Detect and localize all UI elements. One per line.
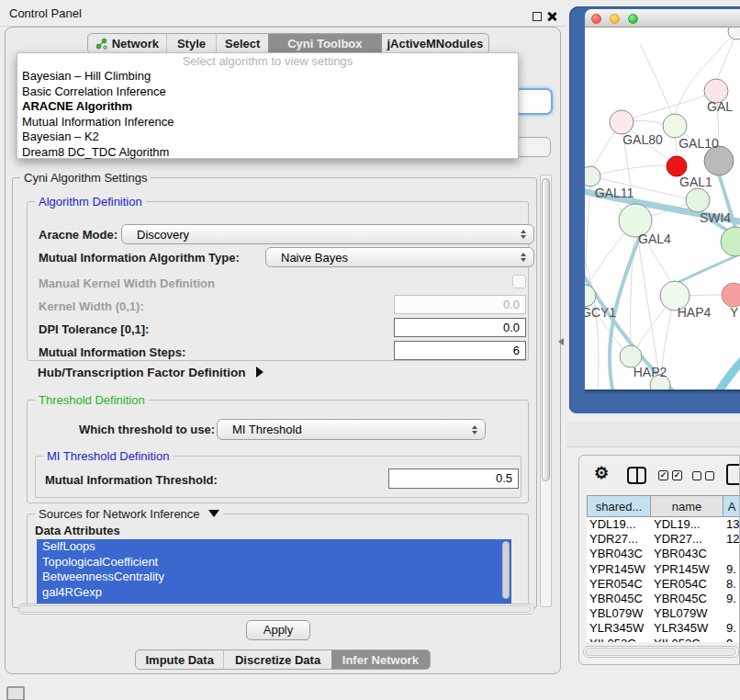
list-vscroll-thumb[interactable] [502,541,510,599]
gear-icon[interactable]: ⚙ [594,463,609,483]
dropdown-item[interactable]: Bayesian – Hill Climbing [17,69,518,85]
table-row[interactable]: YDL19... YDL19... 13 [587,517,740,532]
tab-network[interactable]: Network [88,34,166,53]
node[interactable] [728,28,740,40]
kernel-width-field[interactable]: 0.0 [394,295,526,314]
dropdown-item-selected[interactable]: ARACNE Algorithm [17,99,518,115]
cell[interactable]: YIL052C [587,637,651,643]
node-pink[interactable] [722,283,740,307]
list-item[interactable]: BetweennessCentrality [37,570,511,585]
select-all-checks-icon[interactable]: ✓ ✓ [658,470,682,480]
minimize-window-icon[interactable] [610,14,620,24]
cell[interactable]: 9. [723,621,740,636]
settings-hscroll[interactable] [17,604,534,615]
table-hscroll[interactable] [583,646,739,658]
column-header-name[interactable]: name [651,495,723,517]
cell[interactable]: 9. [723,562,740,577]
cell[interactable]: YER054C [651,577,723,592]
cell[interactable]: YER054C [587,577,651,592]
manual-kernel-checkbox[interactable] [512,275,526,288]
checked-box-icon: ✓ [658,470,668,480]
table-row[interactable]: YLR345W YLR345W 9. [587,621,740,636]
network-canvas[interactable]: GAL GAL80 GAL10 GAL11 GAL1 SWI4 GAL4 GCY… [585,28,740,390]
node-gal1[interactable] [686,188,710,212]
settings-vscroll-thumb[interactable] [542,178,550,481]
splitter-collapse-icon[interactable] [558,338,564,345]
cell[interactable]: YBL079W [651,606,723,621]
export-table-icon[interactable] [726,464,740,485]
tab-discretize-data[interactable]: Discretize Data [223,650,331,669]
cell[interactable]: 8. [723,577,740,592]
cell[interactable]: YPR145W [587,562,651,577]
node-gal11[interactable] [585,166,600,186]
cell[interactable]: YDR27... [587,532,651,547]
dropdown-item[interactable]: Mutual Information Inference [17,115,518,130]
dropdown-item[interactable]: Bayesian – K2 [17,130,518,145]
cell[interactable]: 9 [723,637,740,643]
table-row[interactable]: YBL079W YBL079W [587,606,740,621]
table-row[interactable]: YDR27... YDR27... 12 [587,532,740,547]
cell[interactable]: YBL079W [587,606,651,621]
tab-impute-data[interactable]: Impute Data [136,650,223,669]
mi-steps-field[interactable]: 6 [394,341,526,360]
cell[interactable]: YBR043C [651,547,723,561]
cell[interactable]: YPR145W [651,562,723,577]
network-window-titlebar[interactable] [585,9,740,28]
table-hscroll-thumb[interactable] [585,648,736,656]
cell[interactable]: YBR045C [587,592,651,606]
cell[interactable]: YDL19... [651,517,723,532]
tab-style[interactable]: Style [166,34,217,53]
tab-infer-network[interactable]: Infer Network [331,650,430,669]
mi-type-select[interactable]: Naive Bayes [265,247,534,267]
settings-vscroll[interactable] [540,175,552,607]
cell[interactable]: YIL052C [651,637,723,643]
which-threshold-select[interactable]: MI Threshold [217,419,486,440]
node-gal10[interactable] [663,114,687,138]
aracne-mode-select[interactable]: Discovery [121,224,534,244]
tab-select[interactable]: Select [216,34,268,53]
close-window-icon[interactable] [591,14,601,24]
hub-section-header[interactable]: Hub/Transcription Factor Definition [38,366,263,379]
float-panel-icon[interactable] [533,12,542,21]
cell[interactable] [723,547,740,561]
dropdown-item[interactable]: Dream8 DC_TDC Algorithm [17,145,518,161]
table-row[interactable]: YBR043C YBR043C [587,547,740,561]
mi-threshold-field[interactable]: 0.5 [388,469,519,489]
list-item[interactable]: SelfLoops [37,539,511,555]
cyni-bottom-tabs: Impute Data Discretize Data Infer Networ… [135,649,431,670]
cell[interactable] [723,606,740,621]
tab-jactivemnodules[interactable]: jActiveMNodules [382,34,488,53]
tab-cyni-toolbox[interactable]: Cyni Toolbox [268,34,381,53]
column-header-partial[interactable]: A [723,495,740,517]
dropdown-item[interactable]: Basic Correlation Inference [17,85,518,100]
cell[interactable]: YBR045C [651,592,723,606]
table-row-partial[interactable]: YIL052C YIL052C 9 [587,637,740,643]
cell[interactable]: YBR043C [587,547,651,561]
list-item[interactable]: gal4RGexp [37,585,511,601]
cell[interactable]: YDL19... [587,517,651,532]
cell[interactable]: YLR345W [651,621,723,636]
node-gal80[interactable] [610,110,633,134]
zoom-window-icon[interactable] [628,14,638,24]
table-row[interactable]: YER054C YER054C 8. [587,577,740,592]
minimized-panel-icon[interactable] [6,686,25,700]
cell[interactable]: YLR345W [587,621,651,636]
close-panel-icon[interactable] [546,11,557,22]
cell[interactable]: 13 [723,517,740,532]
algorithm-definition-title: Algorithm Definition [35,195,146,209]
column-header-shared[interactable]: shared... [587,495,651,517]
node[interactable] [721,227,740,256]
cell[interactable]: 12 [723,532,740,547]
apply-button[interactable]: Apply [246,620,310,640]
list-item[interactable]: TopologicalCoefficient [37,555,511,570]
deselect-all-checks-icon[interactable] [692,471,714,480]
settings-hscroll-thumb[interactable] [19,605,532,613]
cell[interactable]: YDR27... [651,532,723,547]
node-selected-red[interactable] [667,156,687,176]
table-row[interactable]: YPR145W YPR145W 9. [587,562,740,577]
table-row[interactable]: YBR045C YBR045C 9. [587,592,740,606]
dpi-tolerance-field[interactable]: 0.0 [394,318,526,337]
cell[interactable]: 9. [723,592,740,606]
sources-group-header[interactable]: Sources for Network Inference [35,507,223,521]
split-columns-icon[interactable] [627,467,646,484]
